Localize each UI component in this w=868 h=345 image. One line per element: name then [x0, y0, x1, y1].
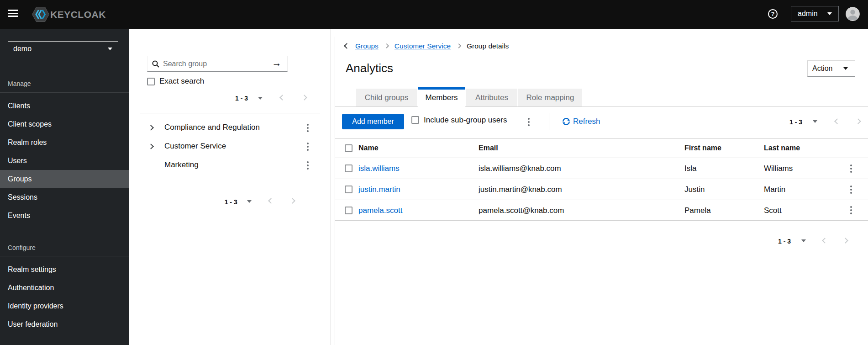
sidebar-item-client-scopes[interactable]: Client scopes	[0, 115, 129, 133]
table-row: isla.williams isla.williams@knab.com Isl…	[335, 158, 868, 179]
nav-section-manage: Manage	[8, 79, 31, 89]
sidebar-item-users[interactable]: Users	[0, 152, 129, 170]
divider	[549, 113, 549, 130]
pagination-prev-icon[interactable]	[822, 238, 828, 244]
pagination-next-icon[interactable]	[301, 95, 307, 101]
sidebar-item-authentication[interactable]: Authentication	[0, 279, 129, 297]
expand-chevron-icon[interactable]	[148, 125, 154, 131]
tree-pagination-top-range[interactable]: 1 - 3	[235, 94, 248, 102]
sidebar-item-sessions[interactable]: Sessions	[0, 188, 129, 207]
user-menu-label: admin	[798, 10, 818, 18]
add-member-button[interactable]: Add member	[342, 114, 404, 129]
help-icon[interactable]: ?	[768, 9, 778, 19]
sidebar-item-realm-settings[interactable]: Realm settings	[0, 260, 129, 279]
member-email: justin.martin@knab.com	[479, 179, 562, 200]
divider	[140, 113, 320, 113]
page-title: Analytics	[346, 60, 393, 76]
breadcrumb-separator-icon	[384, 44, 389, 48]
pagination-next-icon[interactable]	[289, 198, 295, 204]
column-header-name[interactable]: Name	[358, 138, 379, 158]
member-name-link[interactable]: justin.martin	[358, 179, 400, 200]
member-first-name: Justin	[684, 179, 705, 200]
realm-selector[interactable]: demo	[8, 41, 118, 56]
exact-search-checkbox[interactable]	[147, 78, 155, 85]
breadcrumb-groups-link[interactable]: Groups	[355, 42, 379, 50]
column-header-last-name[interactable]: Last name	[764, 138, 800, 158]
member-last-name: Williams	[764, 158, 793, 179]
tab-child-groups[interactable]: Child groups	[356, 89, 417, 107]
nav-toggle-icon[interactable]	[8, 10, 18, 17]
breadcrumb: Groups Customer Service Group details	[345, 42, 509, 50]
expand-chevron-icon[interactable]	[148, 143, 154, 149]
column-header-email[interactable]: Email	[479, 138, 498, 158]
refresh-button[interactable]: Refresh	[562, 117, 600, 126]
table-pagination-bottom-range[interactable]: 1 - 3	[778, 237, 791, 245]
tree-item-compliance[interactable]: Compliance and Regulation	[164, 122, 260, 133]
user-menu-dropdown[interactable]: admin	[791, 6, 839, 21]
toolbar-kebab-icon[interactable]	[528, 118, 530, 127]
search-icon	[152, 60, 159, 68]
search-submit-button[interactable]: →	[266, 56, 287, 71]
pagination-prev-icon[interactable]	[268, 198, 274, 204]
pagination-caret-icon[interactable]	[801, 239, 806, 242]
breadcrumb-separator-icon	[457, 44, 461, 48]
kebab-menu-icon[interactable]	[307, 124, 309, 133]
sidebar-item-user-federation[interactable]: User federation	[0, 315, 129, 334]
table-pagination-top-range[interactable]: 1 - 3	[789, 118, 802, 126]
pagination-prev-icon[interactable]	[279, 95, 285, 101]
select-all-checkbox[interactable]	[345, 144, 352, 152]
sidebar-item-clients[interactable]: Clients	[0, 97, 129, 115]
member-name-link[interactable]: pamela.scott	[358, 200, 402, 220]
pagination-next-icon[interactable]	[855, 118, 861, 124]
member-email: pamela.scott@knab.com	[479, 200, 564, 220]
tree-item-customer-service[interactable]: Customer Service	[164, 141, 226, 152]
table-row: pamela.scott pamela.scott@knab.com Pamel…	[335, 200, 868, 221]
search-placeholder: Search group	[163, 56, 207, 71]
toolbar-top-border	[335, 106, 868, 107]
keycloak-logo[interactable]: KEYCLOAK	[32, 7, 106, 22]
table-row: justin.martin justin.martin@knab.com Jus…	[335, 179, 868, 200]
tree-pagination-bottom-range[interactable]: 1 - 3	[225, 198, 237, 206]
group-search-input[interactable]: Search group →	[147, 56, 288, 72]
pagination-caret-icon[interactable]	[258, 97, 263, 100]
row-kebab-icon[interactable]	[850, 165, 852, 174]
pagination-prev-icon[interactable]	[834, 118, 840, 124]
row-kebab-icon[interactable]	[850, 186, 852, 195]
caret-down-icon	[108, 48, 112, 50]
sidebar-item-realm-roles[interactable]: Realm roles	[0, 133, 129, 152]
row-checkbox[interactable]	[345, 165, 352, 172]
masthead: KEYCLOAK ? admin	[0, 0, 868, 29]
tabs: Child groups Members Attributes Role map…	[356, 89, 582, 109]
tab-role-mapping[interactable]: Role mapping	[518, 89, 582, 107]
tab-attributes[interactable]: Attributes	[466, 89, 517, 107]
pagination-caret-icon[interactable]	[247, 200, 252, 203]
tab-members[interactable]: Members	[418, 87, 465, 109]
include-subgroup-checkbox[interactable]	[411, 116, 419, 124]
action-dropdown-button[interactable]: Action	[807, 60, 855, 77]
tree-item-marketing[interactable]: Marketing	[164, 159, 199, 170]
sidebar-item-identity-providers[interactable]: Identity providers	[0, 297, 129, 315]
column-header-first-name[interactable]: First name	[684, 138, 721, 158]
kebab-menu-icon[interactable]	[307, 143, 309, 152]
pagination-next-icon[interactable]	[842, 238, 848, 244]
divider	[0, 72, 129, 72]
breadcrumb-current: Group details	[467, 42, 509, 50]
avatar[interactable]	[846, 7, 860, 21]
member-name-link[interactable]: isla.williams	[358, 158, 400, 179]
group-details-panel: Groups Customer Service Group details An…	[331, 29, 868, 345]
realm-selector-value: demo	[13, 45, 32, 53]
groups-tree-panel: Search group → Exact search 1 - 3 Compli…	[129, 29, 331, 345]
caret-down-icon	[843, 67, 848, 70]
breadcrumb-parent-link[interactable]: Customer Service	[395, 42, 451, 50]
sidebar-item-groups[interactable]: Groups	[0, 170, 129, 188]
row-checkbox[interactable]	[345, 186, 352, 193]
divider	[0, 256, 129, 256]
sidebar-item-events[interactable]: Events	[0, 207, 129, 225]
back-chevron-icon[interactable]	[344, 43, 350, 49]
row-checkbox[interactable]	[345, 207, 352, 214]
member-last-name: Martin	[764, 179, 785, 200]
row-kebab-icon[interactable]	[850, 206, 852, 216]
kebab-menu-icon[interactable]	[307, 161, 309, 171]
table-header-row: Name Email First name Last name	[335, 138, 868, 158]
pagination-caret-icon[interactable]	[813, 120, 817, 123]
